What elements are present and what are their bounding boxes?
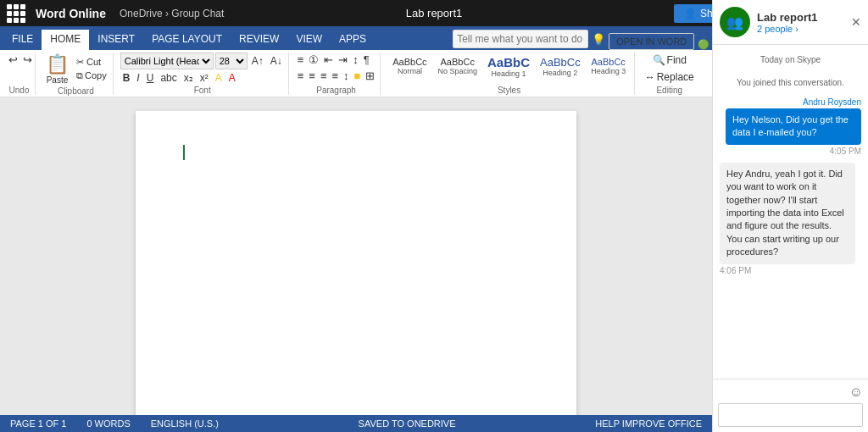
italic-button[interactable]: I [134,71,142,85]
clipboard-section: 📋 Paste ✂ Cut ⧉ Copy Clipboard [39,53,114,95]
editing-section: 🔍 Find ↔ Replace Editing [638,53,701,95]
shading-button[interactable]: ■ [353,69,363,83]
word-count: 0 WORDS [86,418,130,429]
align-center-button[interactable]: ≡ [307,69,317,83]
subscript-button[interactable]: x₂ [181,71,196,85]
increase-indent-button[interactable]: ⇥ [337,53,349,67]
underline-button[interactable]: U [144,71,157,85]
chat-panel: 👥 Lab report1 2 people › ✕ Today on Skyp… [712,97,868,432]
statusbar: PAGE 1 OF 1 0 WORDS ENGLISH (U.S.) SAVED… [0,415,712,432]
font-section: Calibri Light (Head... 28 A↑ A↓ B I U ab… [117,53,289,95]
cut-button[interactable]: ✂ Cut [74,56,109,69]
chat-message-2: Hey Andru, yeah I got it. Did you want t… [720,163,861,275]
align-right-button[interactable]: ≡ [319,69,329,83]
style-heading2[interactable]: AaBbCc Heading 2 [536,53,585,80]
find-icon: 🔍 [653,54,665,66]
emoji-button[interactable]: ☺ [718,385,863,400]
content-area: 👥 Lab report1 2 people › ✕ Today on Skyp… [0,97,868,432]
editing-icon: 🟢 [698,39,709,50]
undo-section: ↩ ↪ Undo [3,53,36,95]
tab-file[interactable]: FILE [3,30,42,50]
copy-icon: ⧉ [76,70,83,81]
bullets-button[interactable]: ≡ [296,53,306,67]
font-size-select[interactable]: 28 [215,53,248,69]
font-color-button[interactable]: A [226,71,238,85]
tab-home[interactable]: HOME [42,30,89,50]
msg-bubble-1: Hey Nelson, Did you get the data I e-mai… [726,108,861,145]
undo-button[interactable]: ↩ [7,53,19,67]
paste-icon: 📋 [46,53,69,75]
font-shrink-button[interactable]: A↓ [268,54,285,68]
find-button[interactable]: 🔍 Find [649,53,690,68]
msg-time-2: 4:06 PM [720,266,861,275]
brand-logo: Word Online [36,7,106,20]
borders-button[interactable]: ⊞ [364,69,376,83]
tab-insert[interactable]: INSERT [89,30,143,50]
tab-apps[interactable]: APPS [331,30,375,50]
superscript-button[interactable]: x² [198,71,211,85]
strikethrough-button[interactable]: abc [158,71,179,85]
document-page[interactable] [136,111,576,418]
chat-input[interactable] [718,403,863,427]
numbering-button[interactable]: ① [307,53,320,67]
help-text[interactable]: HELP IMPROVE OFFICE [595,418,702,429]
chat-messages: Today on Skype You joined this conversat… [713,97,868,379]
text-cursor [183,145,185,160]
copy-button[interactable]: ⧉ Copy [74,69,109,82]
tab-view[interactable]: VIEW [287,30,331,50]
paragraph-section: ≡ ① ⇤ ⇥ ↕ ¶ ≡ ≡ ≡ ≡ ↕ ■ ⊞ Paragraph [292,53,381,95]
redo-button[interactable]: ↪ [21,53,34,67]
msg-sender-1: Andru Roysden [803,97,861,107]
styles-section: AaBbCc Normal AaBbCc No Spacing AaBbC He… [384,53,634,95]
tell-me-input[interactable] [453,30,588,48]
line-spacing-button[interactable]: ↕ [342,69,351,83]
language: ENGLISH (U.S.) [151,418,219,429]
msg-bubble-2: Hey Andru, yeah I got it. Did you want t… [720,163,855,264]
paste-button[interactable]: 📋 Paste [42,52,72,86]
bold-button[interactable]: B [120,71,133,85]
document-scroll-area[interactable] [0,97,712,432]
style-no-spacing[interactable]: AaBbCc No Spacing [433,54,481,78]
highlight-button[interactable]: A [213,71,225,85]
font-name-select[interactable]: Calibri Light (Head... [120,53,214,69]
style-normal[interactable]: AaBbCc Normal [387,54,431,78]
style-heading1[interactable]: AaBbC Heading 1 [483,53,534,80]
app-grid-icon[interactable] [7,4,25,23]
chat-message-1: Andru Roysden Hey Nelson, Did you get th… [720,97,861,156]
chat-footer: ☺ [713,379,868,432]
page-info: PAGE 1 OF 1 [10,418,66,429]
replace-icon: ↔ [645,71,655,83]
show-marks-button[interactable]: ¶ [362,53,371,67]
font-grow-button[interactable]: A↑ [249,54,266,68]
tab-review[interactable]: REVIEW [231,30,287,50]
doc-title: Lab report1 [406,7,463,19]
decrease-indent-button[interactable]: ⇤ [322,53,335,67]
sort-button[interactable]: ↕ [351,53,360,67]
onedrive-nav[interactable]: OneDrive › Group Chat [120,8,667,19]
justify-button[interactable]: ≡ [331,69,341,83]
save-status: SAVED TO ONEDRIVE [359,418,456,429]
style-heading3[interactable]: AaBbCc Heading 3 [587,54,631,78]
align-left-button[interactable]: ≡ [296,69,306,83]
replace-button[interactable]: ↔ Replace [642,69,698,85]
lightbulb-icon: 💡 [592,33,605,46]
share-icon: 👤 [684,8,697,19]
open-in-word-button[interactable]: OPEN IN WORD [609,33,694,50]
tab-page-layout[interactable]: PAGE LAYOUT [143,30,231,50]
msg-time-1: 4:05 PM [830,147,861,156]
